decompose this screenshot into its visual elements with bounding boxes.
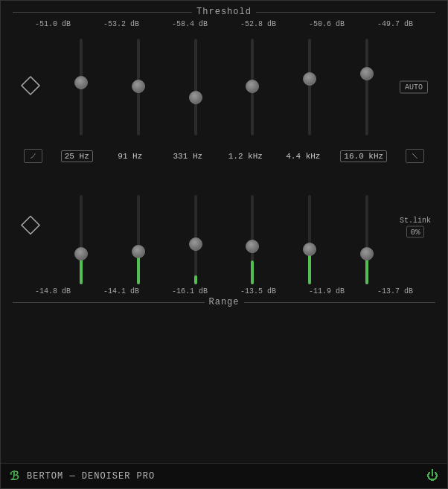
stlink-area: St.link 0% [400,216,431,237]
range-db-3: -16.1 dB [167,287,212,295]
green-meter-1 [80,258,83,284]
green-meter-4 [251,261,254,284]
range-thumb-5[interactable] [303,243,316,256]
power-icon[interactable]: ⏻ [426,469,438,483]
range-track-3[interactable] [194,195,197,284]
range-thumb-6[interactable] [360,247,374,261]
range-db-2: -14.1 dB [99,287,144,295]
threshold-sliders-row: AUTO [13,31,435,143]
svg-marker-1 [22,216,39,234]
green-meter-3 [194,275,197,284]
green-meter-2 [137,256,140,284]
threshold-slider-1[interactable] [59,39,103,135]
green-meter-5 [308,253,311,284]
slider-thumb-2[interactable] [132,80,145,93]
range-db-labels: -14.8 dB -14.1 dB -16.1 dB -13.5 dB -11.… [13,286,435,297]
slider-thumb-6[interactable] [360,67,374,80]
slider-track-6[interactable] [365,39,368,135]
slider-track-5[interactable] [308,39,311,135]
threshold-label: Threshold [13,7,435,17]
range-slider-4[interactable] [230,184,275,284]
range-db-1: -14.8 dB [31,287,75,295]
thresh-db-4: -52.8 dB [236,20,281,28]
bottom-bar: ℬ BERTOM — DENOISER PRO ⏻ [1,463,447,488]
thresh-db-3: -58.4 dB [167,20,212,28]
range-sliders-row: St.link 0% [13,169,435,284]
slider-track-3[interactable] [194,39,197,135]
range-slider-1[interactable] [59,184,103,284]
green-meter-6 [365,258,368,284]
threshold-slider-2[interactable] [116,39,161,135]
range-slider-6[interactable] [345,184,389,284]
range-label: Range [13,297,435,307]
freq-label-91hz: 91 Hz [109,152,150,161]
range-track-5[interactable] [308,195,311,284]
threshold-db-labels: -51.0 dB -53.2 dB -58.4 dB -52.8 dB -50.… [13,19,435,30]
slider-track-2[interactable] [137,39,140,135]
range-slider-2[interactable] [116,184,161,284]
thresh-db-5: -50.6 dB [304,20,349,28]
range-thumb-4[interactable] [246,240,259,253]
slider-thumb-4[interactable] [246,80,259,93]
threshold-slider-3[interactable] [173,39,218,135]
range-db-6: -13.7 dB [373,287,417,295]
range-slider-3[interactable] [173,184,218,284]
brand-logo: ℬ [10,469,19,484]
low-slope-button[interactable]: ⟋ [24,149,42,163]
range-thumb-2[interactable] [132,245,145,258]
stlink-value[interactable]: 0% [406,226,423,237]
diamond-icon-top [20,75,41,100]
range-db-5: -11.9 dB [304,287,349,295]
freq-label-12khz: 1.2 kHz [225,152,266,161]
slider-thumb-1[interactable] [74,76,88,89]
freq-label-331hz: 331 Hz [167,152,208,161]
slider-track-1[interactable] [80,39,83,135]
range-db-4: -13.5 dB [236,287,281,295]
main-area: Threshold -51.0 dB -53.2 dB -58.4 dB -52… [1,1,447,463]
app-container: Threshold -51.0 dB -53.2 dB -58.4 dB -52… [0,0,448,489]
stlink-label: St.link [400,216,431,224]
threshold-slider-5[interactable] [287,39,332,135]
freq-box-25hz[interactable]: 25 Hz [61,150,93,162]
high-slope-button[interactable]: ⟍ [406,149,424,163]
freq-label-44khz: 4.4 kHz [283,152,324,161]
freq-box-16khz[interactable]: 16.0 kHz [340,150,387,162]
svg-marker-0 [22,77,39,95]
plugin-title: BERTOM — DENOISER PRO [27,471,155,482]
slider-thumb-3[interactable] [189,91,202,104]
thresh-db-6: -49.7 dB [373,20,417,28]
range-slider-5[interactable] [287,184,332,284]
slider-thumb-5[interactable] [303,72,316,86]
threshold-slider-6[interactable] [345,39,389,135]
frequency-row: ⟋ 25 Hz 91 Hz 331 Hz 1.2 kHz 4.4 kHz 16.… [13,146,435,166]
range-track-4[interactable] [251,195,254,284]
range-track-6[interactable] [365,195,368,284]
slope-right-icon: ⟍ [410,150,420,162]
thresh-db-1: -51.0 dB [31,20,75,28]
thresh-db-2: -53.2 dB [99,20,144,28]
threshold-slider-4[interactable] [230,39,275,135]
range-thumb-3[interactable] [189,237,202,251]
auto-button[interactable]: AUTO [400,81,428,94]
slope-left-icon: ⟋ [28,150,38,162]
range-track-2[interactable] [137,195,140,284]
range-thumb-1[interactable] [74,247,88,261]
slider-track-4[interactable] [251,39,254,135]
range-track-1[interactable] [80,195,83,284]
diamond-icon-bottom [20,214,41,239]
